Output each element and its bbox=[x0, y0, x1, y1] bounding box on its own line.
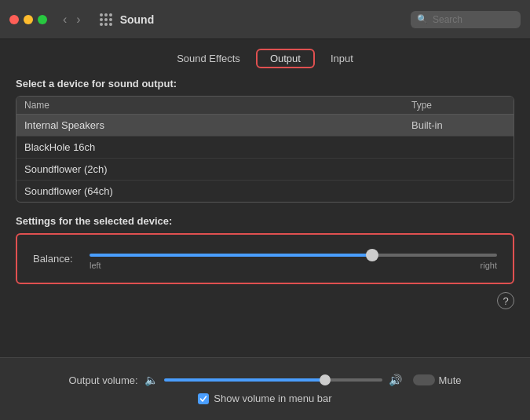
balance-labels: left right bbox=[90, 261, 497, 270]
volume-slider[interactable] bbox=[164, 378, 382, 382]
balance-label: Balance: bbox=[33, 253, 80, 265]
device-table: Name Type Internal Speakers Built-in Bla… bbox=[16, 96, 514, 203]
balance-slider-wrap: left right bbox=[90, 247, 497, 270]
volume-label: Output volume: bbox=[69, 374, 138, 386]
bottom-bar: Output volume: 🔈 🔊 Mute Show volume in m… bbox=[0, 357, 530, 420]
table-header: Name Type bbox=[16, 97, 514, 115]
tab-bar: Sound Effects Output Input bbox=[0, 39, 530, 78]
tab-sound-effects[interactable]: Sound Effects bbox=[163, 49, 254, 68]
tab-input[interactable]: Input bbox=[316, 49, 367, 68]
device-name: Soundflower (64ch) bbox=[24, 185, 411, 197]
col-header-name: Name bbox=[24, 100, 411, 111]
main-content: Select a device for sound output: Name T… bbox=[0, 78, 530, 317]
search-icon: 🔍 bbox=[417, 14, 428, 24]
window-title: Sound bbox=[120, 13, 404, 26]
device-name: Internal Speakers bbox=[24, 119, 411, 131]
forward-button[interactable]: › bbox=[73, 12, 83, 27]
minimize-button[interactable] bbox=[24, 15, 33, 24]
search-input[interactable] bbox=[433, 14, 514, 25]
balance-container: Balance: left right bbox=[16, 233, 514, 284]
mute-toggle[interactable] bbox=[413, 374, 435, 385]
volume-high-icon: 🔊 bbox=[389, 374, 402, 386]
device-name: Soundflower (2ch) bbox=[24, 163, 411, 175]
settings-title: Settings for the selected device: bbox=[16, 215, 514, 227]
device-type: Built-in bbox=[411, 119, 506, 131]
settings-section: Settings for the selected device: Balanc… bbox=[16, 215, 514, 284]
help-button[interactable]: ? bbox=[497, 292, 514, 309]
balance-right-label: right bbox=[481, 261, 497, 270]
table-row[interactable]: BlackHole 16ch bbox=[16, 137, 514, 159]
balance-row: Balance: left right bbox=[33, 247, 497, 270]
volume-low-icon: 🔈 bbox=[144, 374, 158, 386]
titlebar: ‹ › Sound 🔍 bbox=[0, 0, 530, 39]
device-section-title: Select a device for sound output: bbox=[16, 78, 514, 89]
col-header-type: Type bbox=[411, 100, 506, 111]
balance-left-label: left bbox=[90, 261, 101, 270]
table-row[interactable]: Soundflower (2ch) bbox=[16, 159, 514, 181]
nav-buttons: ‹ › bbox=[60, 12, 84, 27]
table-row[interactable]: Internal Speakers Built-in bbox=[16, 115, 514, 137]
balance-slider[interactable] bbox=[90, 254, 497, 257]
close-button[interactable] bbox=[9, 15, 19, 24]
menubar-checkbox[interactable] bbox=[198, 393, 209, 404]
device-name: BlackHole 16ch bbox=[24, 141, 411, 153]
mute-label: Mute bbox=[439, 374, 462, 386]
checkmark-icon bbox=[199, 395, 207, 403]
back-button[interactable]: ‹ bbox=[60, 12, 70, 27]
device-type bbox=[411, 163, 506, 175]
app-grid-icon bbox=[98, 12, 114, 27]
device-type bbox=[411, 141, 506, 153]
menubar-label: Show volume in menu bar bbox=[214, 393, 331, 404]
device-type bbox=[411, 185, 506, 197]
volume-row: Output volume: 🔈 🔊 Mute bbox=[69, 374, 462, 386]
table-row[interactable]: Soundflower (64ch) bbox=[16, 181, 514, 202]
tab-output[interactable]: Output bbox=[256, 49, 315, 68]
help-area: ? bbox=[16, 284, 514, 317]
menubar-row: Show volume in menu bar bbox=[198, 393, 331, 404]
traffic-lights bbox=[9, 15, 47, 24]
maximize-button[interactable] bbox=[38, 15, 47, 24]
search-box[interactable]: 🔍 bbox=[411, 11, 521, 28]
